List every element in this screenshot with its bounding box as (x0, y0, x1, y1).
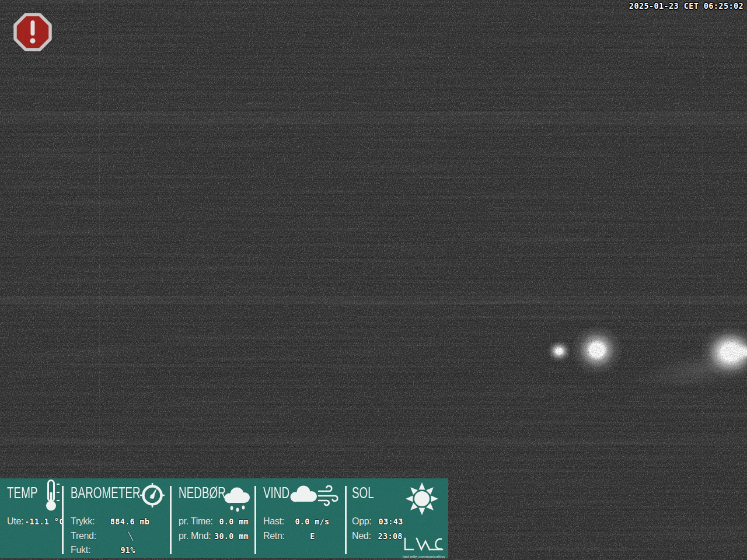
weather-row: Trend: ╲ (64, 529, 170, 544)
small-light (546, 340, 572, 363)
rain-cloud-icon (223, 487, 251, 512)
row-label: Hast: (263, 516, 284, 527)
gauge-icon (139, 482, 165, 508)
timestamp: 2025-01-23 CET 06:25:02 (629, 1, 743, 10)
thermometer-icon (43, 480, 61, 512)
weather-row: Fukt: 91% (64, 543, 170, 558)
section-title: SOL (352, 485, 374, 501)
row-label: pr. Mnd: (179, 531, 211, 541)
weather-row: Retn: E (256, 529, 345, 544)
lmc-logo: last.mile.communication (402, 537, 446, 559)
sensor-artifact-line (702, 0, 703, 560)
panel-section-precipitation: NEDBØR pr. Time: 0.0 mm pr. (172, 478, 254, 558)
sun-icon (405, 482, 439, 516)
row-label: Retn: (263, 531, 285, 541)
row-label: Trend: (71, 531, 96, 541)
row-label: Ute: (7, 516, 23, 527)
weather-row: Opp: 03:43 (347, 514, 448, 529)
noise-band (0, 373, 747, 377)
section-title: NEDBØR (179, 485, 226, 501)
trend-value: ╲ (96, 531, 165, 541)
weather-row: Trykk: 884.6 mb (64, 514, 170, 529)
row-label: Trykk: (71, 516, 95, 527)
pressure-value: 884.6 mb (95, 517, 165, 526)
rain-month-value: 30.0 mm (211, 531, 250, 541)
rain-hour-value: 0.0 mm (213, 517, 250, 526)
night-scene (0, 0, 747, 560)
noise-band (0, 439, 747, 444)
weather-row: Hast: 0.0 m/s (256, 514, 345, 529)
noise-band (0, 296, 747, 304)
lmc-logo-subtext: last.mile.communication (402, 555, 446, 559)
temperature-value: -11.1 °C (25, 517, 64, 526)
sunrise-value: 03:43 (379, 517, 403, 526)
weather-row: Ute: -11.1 °C (0, 514, 62, 529)
row-label: pr. Time: (179, 516, 213, 527)
panel-section-barometer: BAROMETER Trykk: 884.6 mb Trend: (64, 478, 170, 558)
wind-speed-value: 0.0 m/s (284, 517, 340, 526)
noise-band (0, 111, 747, 124)
section-title: BAROMETER (71, 485, 141, 501)
warning-icon (13, 12, 53, 52)
panel-section-temp: TEMP Ute: -11.1 °C (0, 478, 62, 558)
medium-light (571, 324, 623, 376)
lmc-logo-mark (403, 537, 445, 552)
weather-panel: TEMP Ute: -11.1 °C BAROMETER (0, 478, 448, 558)
wind-direction-value: E (285, 531, 340, 541)
row-label: Opp: (352, 516, 372, 527)
large-light-lobe (731, 343, 747, 360)
row-label: Ned: (352, 531, 371, 541)
wind-cloud-icon (288, 485, 338, 506)
weather-row: pr. Time: 0.0 mm (172, 514, 254, 529)
sensor-artifact-line (99, 0, 100, 560)
row-label: Fukt: (71, 545, 90, 555)
humidity-value: 91% (90, 545, 165, 555)
panel-section-wind: VIND Hast: 0.0 m/s (256, 478, 345, 558)
webcam-frame: 2025-01-23 CET 06:25:02 TEMP (0, 0, 747, 560)
alert-octagon-icon (13, 12, 53, 52)
section-title: TEMP (7, 485, 38, 501)
weather-row: pr. Mnd: 30.0 mm (172, 529, 254, 544)
sunset-value: 23:08 (378, 531, 403, 541)
section-title: VIND (263, 485, 289, 501)
